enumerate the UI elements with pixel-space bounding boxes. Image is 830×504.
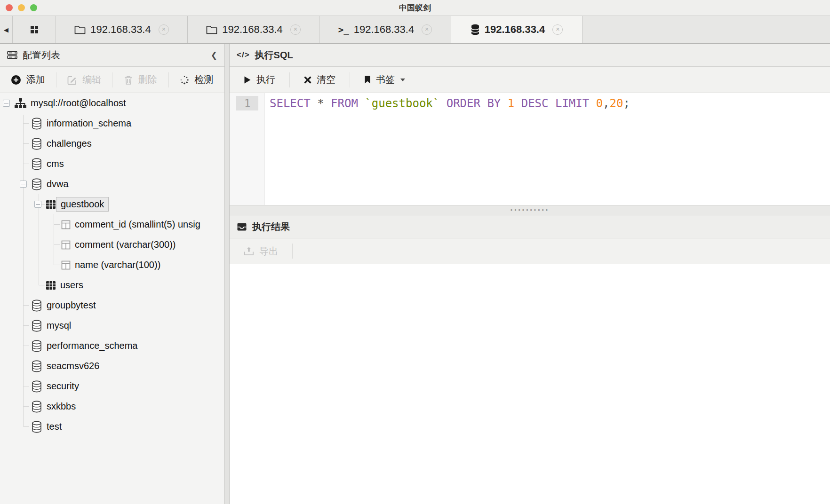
folder-icon bbox=[74, 25, 86, 34]
db-cylinder-icon bbox=[31, 118, 42, 130]
sql-token: ; bbox=[623, 97, 630, 110]
tree-node-comment-id-smallint-5-unsig[interactable]: comment_id (smallint(5) unsig bbox=[0, 214, 224, 235]
terminal-icon: >_ bbox=[338, 24, 349, 35]
tree-node-label: security bbox=[42, 379, 83, 393]
db-cylinder-icon bbox=[31, 360, 42, 372]
title-bar: 中国蚁剑 bbox=[0, 0, 830, 16]
trash-icon bbox=[124, 75, 133, 85]
tree-node-name-varchar-100[interactable]: name (varchar(100)) bbox=[0, 255, 224, 275]
tree-node-label: users bbox=[56, 278, 88, 292]
tree-node-guestbook[interactable]: guestbook bbox=[0, 194, 224, 214]
sql-token bbox=[514, 97, 521, 110]
sql-token bbox=[548, 97, 555, 110]
tab-scroll-back-button[interactable]: ◀ bbox=[0, 16, 12, 43]
tree-node-performance-schema[interactable]: performance_schema bbox=[0, 336, 224, 356]
sql-token: SELECT bbox=[270, 97, 311, 110]
tab-home[interactable] bbox=[12, 16, 56, 43]
tree-node-test[interactable]: test bbox=[0, 417, 224, 437]
export-button[interactable]: 导出 bbox=[230, 238, 292, 264]
tree-node-label: name (varchar(100)) bbox=[71, 258, 165, 272]
x-icon bbox=[304, 76, 311, 84]
run-button[interactable]: 执行 bbox=[230, 67, 289, 93]
tree-node-sxkbbs[interactable]: sxkbbs bbox=[0, 396, 224, 417]
tree-node-label: information_schema bbox=[42, 117, 136, 130]
tree-node-challenges[interactable]: challenges bbox=[0, 134, 224, 154]
grid-icon bbox=[30, 25, 39, 34]
delete-button[interactable]: 删除 bbox=[112, 67, 168, 93]
tree-node-label: comment (varchar(300)) bbox=[71, 238, 180, 252]
clear-button[interactable]: 清空 bbox=[290, 67, 350, 93]
tree-node-label: mysql bbox=[42, 319, 75, 332]
tree-expander-minus[interactable] bbox=[20, 181, 27, 188]
inbox-icon bbox=[237, 222, 247, 231]
sql-token: 1 bbox=[508, 97, 514, 110]
sidebar-splitter[interactable] bbox=[225, 44, 230, 504]
sql-token: FROM bbox=[331, 97, 358, 110]
tree-expander-minus[interactable] bbox=[34, 201, 41, 208]
db-cylinder-icon bbox=[31, 340, 42, 352]
tree-node-groupbytest[interactable]: groupbytest bbox=[0, 295, 224, 315]
close-tab-button[interactable]: ✕ bbox=[159, 24, 169, 35]
editor-gutter: 1 bbox=[230, 93, 265, 205]
add-button-label: 添加 bbox=[26, 73, 45, 86]
add-button[interactable]: 添加 bbox=[0, 67, 56, 93]
folder-icon bbox=[206, 25, 217, 34]
tree-node-label: groupbytest bbox=[42, 299, 100, 312]
main-area: 配置列表 ❮ 添加编辑删除检测 mysql://root@localhostin… bbox=[0, 44, 830, 504]
sql-token: * bbox=[317, 97, 324, 110]
collapse-sidebar-button[interactable]: ❮ bbox=[211, 50, 217, 60]
code-icon: </> bbox=[237, 50, 250, 60]
tree-expander-minus[interactable] bbox=[3, 100, 10, 107]
db-cylinder-icon bbox=[31, 138, 42, 150]
sql-token: ORDER bbox=[447, 97, 480, 110]
sql-token: 20 bbox=[610, 97, 623, 110]
check-button[interactable]: 检测 bbox=[169, 67, 225, 93]
bookmark-icon bbox=[364, 75, 371, 84]
delete-button-label: 删除 bbox=[138, 73, 157, 86]
tree-node-security[interactable]: security bbox=[0, 376, 224, 396]
tree-node-comment-varchar-300[interactable]: comment (varchar(300)) bbox=[0, 235, 224, 255]
tab-database[interactable]: 192.168.33.4✕ bbox=[451, 16, 583, 43]
db-cylinder-icon bbox=[31, 380, 42, 393]
edit-button-label: 编辑 bbox=[82, 73, 101, 86]
table-icon bbox=[46, 200, 56, 209]
tab-terminal[interactable]: >_192.168.33.4✕ bbox=[319, 16, 451, 43]
sql-token bbox=[589, 97, 596, 110]
close-tab-button[interactable]: ✕ bbox=[290, 24, 301, 35]
bookmark-button-label: 书签 bbox=[376, 73, 395, 86]
horizontal-splitter[interactable] bbox=[230, 205, 830, 215]
tree-node-information-schema[interactable]: information_schema bbox=[0, 113, 224, 134]
sql-editor[interactable]: 1 SELECT * FROM `guestbook` ORDER BY 1 D… bbox=[230, 93, 830, 205]
close-tab-button[interactable]: ✕ bbox=[422, 24, 432, 35]
column-icon bbox=[61, 220, 71, 229]
sql-code-line[interactable]: SELECT * FROM `guestbook` ORDER BY 1 DES… bbox=[265, 93, 630, 205]
sql-panel-header: </> 执行SQL bbox=[230, 44, 830, 67]
sidebar-title: 配置列表 bbox=[23, 49, 60, 62]
sql-token: `guestbook` bbox=[365, 97, 439, 110]
tree-node-dvwa[interactable]: dvwa bbox=[0, 174, 224, 194]
tab-label: 192.168.33.4 bbox=[354, 24, 414, 36]
db-cylinder-icon bbox=[31, 320, 42, 332]
tree-node-cms[interactable]: cms bbox=[0, 154, 224, 174]
edit-icon bbox=[67, 75, 77, 85]
tree-node-users[interactable]: users bbox=[0, 275, 224, 295]
sql-token bbox=[501, 97, 507, 110]
sidebar-header: 配置列表 ❮ bbox=[0, 44, 224, 67]
tree-node-seacmsv626[interactable]: seacmsv626 bbox=[0, 356, 224, 376]
edit-button[interactable]: 编辑 bbox=[56, 67, 112, 93]
tree-node-mysql-root-localhost[interactable]: mysql://root@localhost bbox=[0, 93, 224, 113]
column-icon bbox=[61, 240, 71, 250]
sql-token bbox=[480, 97, 487, 110]
tab-files-1[interactable]: 192.168.33.4✕ bbox=[56, 16, 187, 43]
bookmark-button[interactable]: 书签 bbox=[350, 67, 420, 93]
tab-files-2[interactable]: 192.168.33.4✕ bbox=[187, 16, 319, 43]
result-toolbar: 导出 bbox=[230, 238, 830, 264]
tree-node-label: sxkbbs bbox=[42, 400, 80, 413]
config-sidebar: 配置列表 ❮ 添加编辑删除检测 mysql://root@localhostin… bbox=[0, 44, 225, 504]
play-icon bbox=[244, 76, 251, 84]
tree-node-label: performance_schema bbox=[42, 339, 142, 353]
sql-token bbox=[439, 97, 446, 110]
tree-node-mysql[interactable]: mysql bbox=[0, 315, 224, 336]
tree-node-label: challenges bbox=[42, 137, 96, 150]
close-tab-button[interactable]: ✕ bbox=[552, 24, 563, 35]
